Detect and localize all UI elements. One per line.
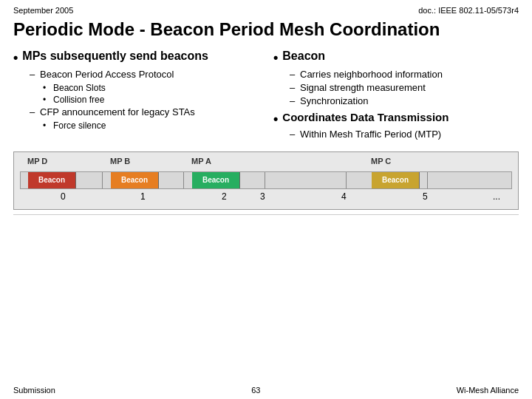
tick-5: 5: [423, 191, 428, 202]
bullet-coordinates-label: Coordinates Data Transmission: [282, 111, 449, 123]
page-title: Periodic Mode - Beacon Period Mesh Coord…: [0, 16, 532, 50]
right-sub-signal: – Signal strength measurement: [290, 82, 519, 93]
right-sub-sync: – Synchronization: [290, 95, 519, 106]
sub-item-cfp: – CFP announcement for legacy STAs: [30, 106, 259, 117]
carries-label: Carries neighborhood information: [300, 69, 443, 80]
right-column: • Beacon – Carries neighborhood informat…: [273, 50, 519, 144]
tick-4: 4: [341, 191, 347, 202]
bullet-beacon-label: Beacon: [282, 50, 325, 63]
sub-sub-beacon-slots: Beacon Slots: [43, 83, 259, 93]
footer-left: Submission: [13, 386, 55, 395]
bullet-mps-label: MPs subsequently send beacons: [22, 50, 208, 63]
beacon-block-b: Beacon: [111, 172, 159, 188]
footer-center: 63: [251, 386, 260, 395]
mp-labels-row: MP D MP B MP A MP C: [20, 157, 512, 170]
bullet-dot-2: •: [273, 51, 278, 64]
beacon-block-c: Beacon: [372, 172, 420, 188]
sub-sub-list-1: Beacon Slots Collision free: [43, 83, 259, 105]
header-right: doc.: IEEE 802.11-05/573r4: [418, 6, 519, 15]
bullet-dot-1: •: [13, 51, 18, 64]
footer: Submission 63 Wi-Mesh Alliance: [0, 386, 532, 395]
sub-sub-list-2: Force silence: [43, 120, 259, 131]
header-left: September 2005: [13, 6, 73, 15]
right-sub-2: – Within Mesh Traffic Period (MTP): [290, 129, 519, 140]
beacon-block-d: Beacon: [28, 172, 76, 188]
sync-label: Synchronization: [300, 95, 369, 106]
mp-c-label: MP C: [371, 157, 391, 166]
timeline-row: 0 1 2 3 4 5 ...: [20, 191, 512, 205]
tick-1: 1: [140, 191, 146, 202]
beacon-row: Beacon Beacon Beacon Beacon: [20, 171, 512, 189]
bullet-dot-3: •: [273, 112, 278, 126]
diagram-area: MP D MP B MP A MP C Beacon Beacon Beacon…: [13, 151, 519, 210]
tick-3: 3: [260, 191, 265, 202]
tick-2: 2: [222, 191, 227, 202]
content-area: • MPs subsequently send beacons – Beacon…: [0, 50, 532, 144]
bullet-coordinates: • Coordinates Data Transmission: [273, 111, 519, 126]
tick-dots: ...: [493, 191, 500, 202]
sub-item-cfp-label: CFP announcement for legacy STAs: [40, 106, 195, 117]
footer-right: Wi-Mesh Alliance: [457, 386, 519, 395]
signal-label: Signal strength measurement: [300, 82, 426, 93]
sub-list-1: – Beacon Period Access Protocol Beacon S…: [30, 69, 259, 131]
right-sub-1: – Carries neighborhood information – Sig…: [290, 69, 519, 106]
footer-divider: [13, 214, 519, 215]
sub-sub-force-silence: Force silence: [43, 120, 259, 131]
sub-item-bpap-label: Beacon Period Access Protocol: [40, 69, 174, 80]
beacon-slots-label: Beacon Slots: [53, 83, 106, 93]
collision-free-label: Collision free: [53, 95, 104, 105]
beacon-block-a: Beacon: [192, 172, 240, 188]
slide: September 2005 doc.: IEEE 802.11-05/573r…: [0, 0, 532, 399]
force-silence-label: Force silence: [53, 120, 106, 131]
sub-sub-collision-free: Collision free: [43, 95, 259, 105]
mtp-label: Within Mesh Traffic Period (MTP): [300, 129, 441, 140]
right-sub-carries: – Carries neighborhood information: [290, 69, 519, 80]
tick-0: 0: [61, 191, 66, 202]
bullet-beacon: • Beacon: [273, 50, 519, 64]
bullet-mps: • MPs subsequently send beacons: [13, 50, 259, 64]
sub-item-bpap: – Beacon Period Access Protocol: [30, 69, 259, 80]
mp-d-label: MP D: [27, 157, 47, 166]
mp-b-label: MP B: [110, 157, 130, 166]
right-sub-mtp: – Within Mesh Traffic Period (MTP): [290, 129, 519, 140]
left-column: • MPs subsequently send beacons – Beacon…: [13, 50, 259, 144]
mp-a-label: MP A: [191, 157, 211, 166]
header: September 2005 doc.: IEEE 802.11-05/573r…: [0, 0, 532, 16]
